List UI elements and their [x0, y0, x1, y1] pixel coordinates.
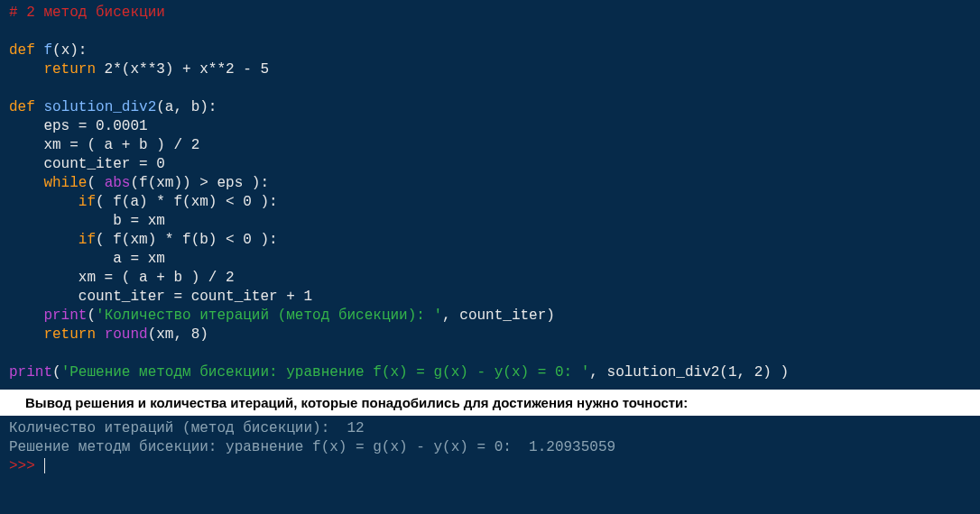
- func-name-f: f: [43, 42, 52, 59]
- func-args-solution: (a, b):: [156, 99, 217, 115]
- code-text: (f(xm)) > eps ):: [130, 175, 269, 191]
- func-name-solution: solution_div2: [43, 99, 156, 115]
- code-line: count_iter = count_iter + 1: [9, 289, 312, 305]
- paren: (: [87, 307, 96, 324]
- builtin-print: print: [43, 307, 87, 324]
- code-text: (xm, 8): [148, 326, 208, 343]
- code-line: xm = ( a + b ) / 2: [9, 137, 199, 153]
- output-label-bar: Вывод решения и количества итераций, кот…: [0, 390, 980, 416]
- kw-if: if: [79, 232, 96, 248]
- output-label-text: Вывод решения и количества итераций, кот…: [25, 395, 688, 410]
- code-text: , solution_div2(1, 2) ): [589, 364, 789, 381]
- builtin-abs: abs: [105, 175, 131, 191]
- kw-def: def: [9, 99, 35, 115]
- kw-return: return: [43, 61, 96, 78]
- if-cond: ( f(a) * f(xm) < 0 ):: [96, 194, 278, 210]
- code-line: b = xm: [9, 213, 165, 229]
- code-line: eps = 0.0001: [9, 118, 148, 134]
- code-text: (: [87, 175, 104, 191]
- console-line: Решение методм бисекции: уравнение f(x) …: [9, 439, 615, 455]
- kw-def: def: [9, 42, 35, 59]
- builtin-print: print: [9, 364, 52, 381]
- string-literal: 'Решение методм бисекции: уравнение f(x)…: [61, 364, 590, 381]
- builtin-round: round: [105, 326, 148, 343]
- code-line: xm = ( a + b ) / 2: [9, 270, 235, 286]
- kw-while: while: [43, 175, 87, 191]
- kw-return: return: [43, 326, 96, 343]
- f-body: 2*(x**3) + x**2 - 5: [96, 61, 269, 78]
- code-text: , count_iter): [442, 307, 555, 324]
- if-cond: ( f(xm) * f(b) < 0 ):: [96, 232, 278, 248]
- console-output-pane[interactable]: Количество итераций (метод бисекции): 12…: [0, 416, 980, 480]
- kw-if: if: [79, 194, 96, 210]
- code-editor-pane[interactable]: # 2 метод бисекции def f(x): return 2*(x…: [0, 0, 980, 390]
- code-line: a = xm: [9, 251, 165, 267]
- func-args-f: (x):: [52, 42, 87, 59]
- console-prompt: >>>: [9, 458, 43, 474]
- console-line: Количество итераций (метод бисекции): 12: [9, 420, 365, 436]
- cursor-icon: [44, 458, 45, 473]
- string-literal: 'Количество итераций (метод бисекции): ': [96, 307, 442, 324]
- code-line: count_iter = 0: [9, 156, 165, 172]
- code-comment: # 2 метод бисекции: [9, 5, 165, 21]
- paren: (: [52, 364, 61, 381]
